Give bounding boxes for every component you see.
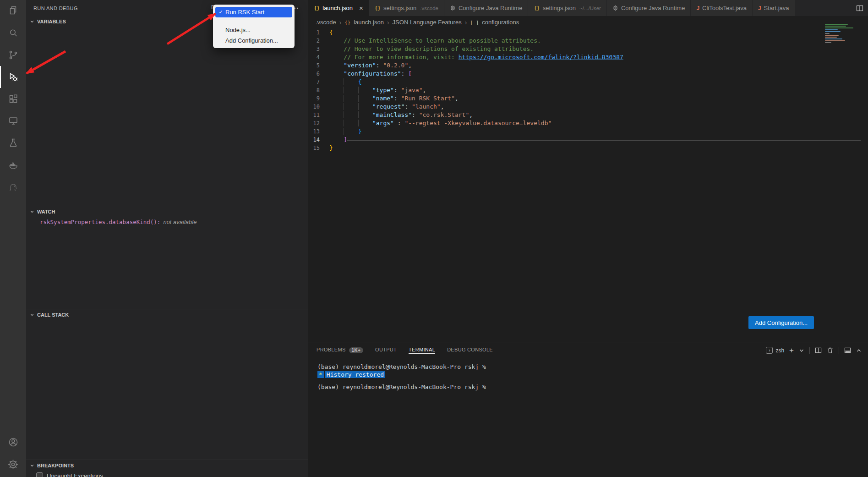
remote-explorer-icon[interactable] [0, 110, 26, 132]
close-icon[interactable]: × [359, 5, 363, 11]
terminal[interactable]: (base) reynoldmorel@Reynolds-MacBook-Pro… [308, 358, 868, 477]
breadcrumb-item-configurations[interactable]: configurations [482, 19, 519, 26]
tab-settings-json-vscode[interactable]: {} settings.json .vscode [369, 0, 444, 16]
tab-detail: ~/.../User [579, 5, 601, 11]
code-line[interactable]: 13 } [308, 127, 868, 136]
menu-item-add-configuration[interactable]: Add Configuration... [215, 35, 292, 46]
breadcrumb-item-json-language-features[interactable]: JSON Language Features [393, 19, 462, 26]
shell-selector[interactable]: › zsh [766, 347, 784, 354]
tab-output[interactable]: OUTPUT [375, 347, 397, 354]
tab-label: Configure Java Runtime [459, 5, 522, 11]
panel-header: PROBLEMS 1K+ OUTPUT TERMINAL DEBUG CONSO… [308, 342, 868, 358]
code-line[interactable]: 11 "mainClass": "co.rsk.Start", [308, 111, 868, 119]
divider [839, 347, 839, 354]
tab-terminal[interactable]: TERMINAL [409, 347, 435, 354]
tab-label: Configure Java Runtime [621, 5, 685, 11]
gradle-elephant-icon[interactable] [0, 176, 26, 198]
menu-item-label: Node.js... [225, 27, 251, 33]
code-line[interactable]: 8 "type": "java", [308, 86, 868, 94]
activity-bar [0, 0, 26, 477]
call-stack-section-header[interactable]: CALL STACK [26, 309, 308, 320]
minimap-line [825, 40, 845, 41]
tab-configure-java-runtime-1[interactable]: Configure Java Runtime [444, 0, 528, 16]
breakpoints-section-header[interactable]: BREAKPOINTS [26, 460, 308, 471]
source-control-icon[interactable] [0, 44, 26, 66]
watch-section-header[interactable]: WATCH [26, 206, 308, 217]
tab-label: settings.json [383, 5, 416, 11]
explorer-icon[interactable] [0, 0, 26, 22]
panel-tab-label: DEBUG CONSOLE [447, 347, 493, 354]
accounts-icon[interactable] [0, 431, 26, 453]
variables-section-label: VARIABLES [37, 19, 66, 24]
breadcrumb-separator: › [387, 19, 389, 26]
code-line[interactable]: 5 "version": "0.2.0", [308, 61, 868, 70]
array-symbol-icon: [ ] [470, 20, 479, 25]
gear-icon [450, 5, 456, 11]
chevron-down-icon[interactable] [799, 348, 804, 353]
uncaught-exceptions-checkbox[interactable] [36, 472, 43, 477]
split-editor-icon[interactable] [856, 5, 863, 12]
tab-launch-json[interactable]: {} launch.json × [308, 0, 369, 16]
code-line[interactable]: 15} [308, 144, 868, 152]
new-terminal-icon[interactable]: + [789, 346, 794, 354]
code-line[interactable]: 12 "args" : "--regtest -Xkeyvalue.dataso… [308, 119, 868, 127]
terminal-prompt-icon: › [766, 347, 773, 354]
code-line[interactable]: 7 { [308, 78, 868, 86]
panel-tab-label: TERMINAL [409, 347, 435, 354]
run-and-debug-icon[interactable] [0, 66, 26, 88]
chevron-up-icon[interactable] [856, 348, 862, 353]
minimap[interactable] [825, 24, 858, 43]
watch-expression-row[interactable]: rskSystemProperties.databaseKind():not a… [26, 219, 308, 225]
code-line[interactable]: 9 "name": "Run RSK Start", [308, 94, 868, 103]
code-line[interactable]: 1{ [308, 28, 868, 37]
call-stack-section-label: CALL STACK [37, 312, 69, 318]
breadcrumb-item-vscode[interactable]: .vscode [316, 19, 336, 26]
settings-gear-icon[interactable] [0, 453, 26, 475]
extensions-icon[interactable] [0, 88, 26, 110]
chevron-down-icon [30, 19, 34, 24]
problems-count-badge: 1K+ [349, 347, 364, 353]
sidebar-title: RUN AND DEBUG [33, 5, 78, 11]
code-line[interactable]: 6 "configurations": [ [308, 70, 868, 78]
minimap-line [825, 27, 853, 28]
split-terminal-icon[interactable] [815, 347, 822, 354]
code-area[interactable]: 1{2 // Use IntelliSense to learn about p… [308, 28, 868, 342]
gear-icon [612, 5, 618, 11]
tab-label: settings.json [543, 5, 576, 11]
code-line[interactable]: 2 // Use IntelliSense to learn about pos… [308, 37, 868, 45]
breadcrumb: .vscode › {} launch.json › JSON Language… [308, 16, 868, 28]
tab-problems[interactable]: PROBLEMS 1K+ [317, 347, 363, 354]
code-line[interactable]: 4 // For more information, visit: https:… [308, 53, 868, 61]
code-line[interactable]: 3 // Hover to view descriptions of exist… [308, 45, 868, 53]
panel-tab-label: PROBLEMS [317, 347, 346, 354]
search-icon[interactable] [0, 22, 26, 44]
terminal-line: (base) reynoldmorel@Reynolds-MacBook-Pro… [317, 383, 868, 391]
code-line[interactable]: 10 "request": "launch", [308, 103, 868, 111]
menu-item-nodejs[interactable]: Node.js... [215, 25, 292, 35]
code-line[interactable]: 14 ] [308, 136, 868, 144]
json-file-icon: {} [375, 5, 381, 11]
menu-item-label: Run RSK Start [225, 9, 264, 16]
panel-layout-icon[interactable] [844, 347, 851, 354]
chevron-down-icon [30, 313, 34, 317]
tab-settings-json-user[interactable]: {} settings.json ~/.../User [528, 0, 607, 16]
tab-debug-console[interactable]: DEBUG CONSOLE [447, 347, 493, 354]
uncaught-exceptions-label: Uncaught Exceptions [47, 472, 103, 477]
trash-icon[interactable] [827, 347, 834, 354]
testing-icon[interactable] [0, 132, 26, 154]
watch-section: WATCH rskSystemProperties.databaseKind()… [26, 206, 308, 309]
tab-start-java[interactable]: J Start.java [753, 0, 795, 16]
breakpoints-section: BREAKPOINTS Uncaught Exceptions [26, 460, 308, 477]
breakpoints-section-label: BREAKPOINTS [37, 463, 74, 468]
uncaught-exceptions-row[interactable]: Uncaught Exceptions [26, 472, 308, 477]
minimap-line [825, 42, 831, 43]
terminal-line: (base) reynoldmorel@Reynolds-MacBook-Pro… [317, 363, 868, 371]
add-configuration-button[interactable]: Add Configuration... [748, 316, 814, 329]
docker-icon[interactable] [0, 154, 26, 176]
menu-item-run-rsk-start[interactable]: ✓ Run RSK Start [215, 7, 292, 17]
check-icon: ✓ [218, 9, 224, 15]
tab-clitoolstest-java[interactable]: J CliToolsTest.java [691, 0, 753, 16]
tab-configure-java-runtime-2[interactable]: Configure Java Runtime [607, 0, 691, 16]
breadcrumb-item-launch-json[interactable]: launch.json [354, 19, 384, 26]
breadcrumb-separator: › [339, 19, 342, 26]
